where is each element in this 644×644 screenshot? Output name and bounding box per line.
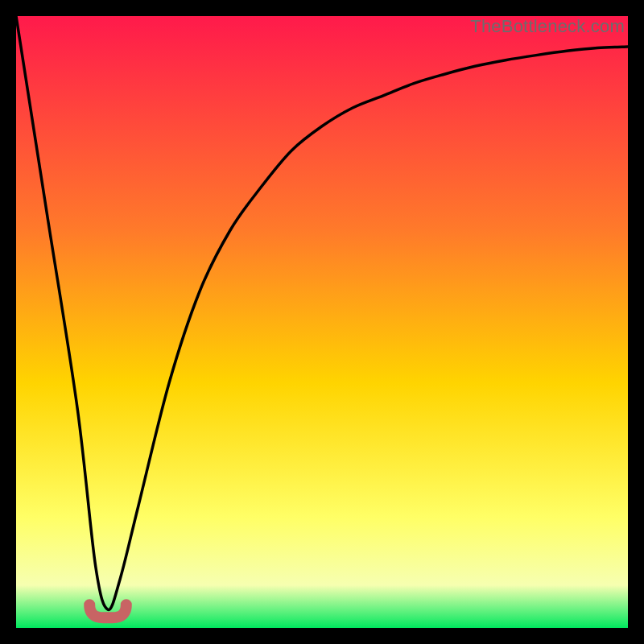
bottleneck-chart [16, 16, 628, 628]
chart-frame: TheBottleneck.com [16, 16, 628, 628]
gradient-background [16, 16, 628, 628]
watermark-text: TheBottleneck.com [470, 16, 625, 37]
